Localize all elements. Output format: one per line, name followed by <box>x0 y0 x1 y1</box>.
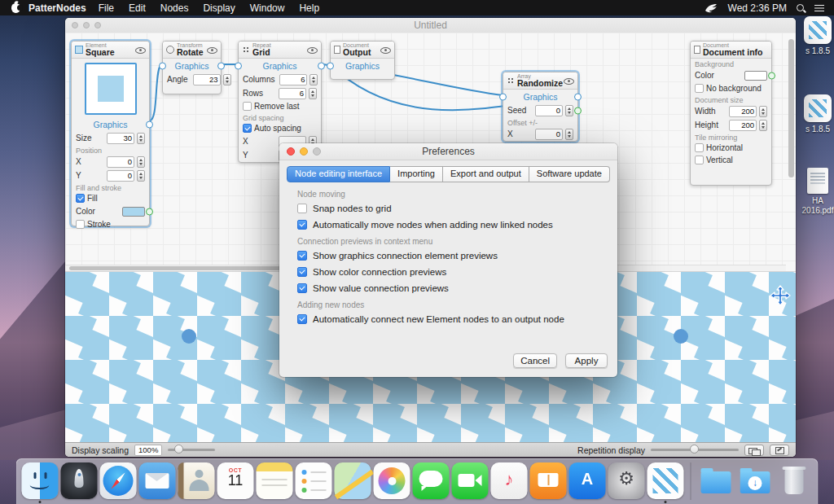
dock-downloads[interactable]: ↓ <box>737 462 774 499</box>
dock-ibooks[interactable] <box>530 462 567 499</box>
horizontal-checkbox[interactable] <box>695 143 704 152</box>
eye-icon[interactable] <box>135 46 146 54</box>
dock-trash[interactable] <box>776 462 813 499</box>
display-scaling-value[interactable]: 100% <box>134 445 162 456</box>
fullscreen-preview-button[interactable] <box>770 445 789 456</box>
y-input[interactable]: 0 <box>107 170 134 182</box>
menu-nodes[interactable]: Nodes <box>153 2 196 14</box>
notification-center-icon[interactable] <box>814 4 824 12</box>
graphics-in-port[interactable] <box>159 62 166 69</box>
menu-edit[interactable]: Edit <box>121 2 153 14</box>
apple-menu-icon[interactable] <box>11 3 20 13</box>
fill-checkbox[interactable] <box>76 194 85 203</box>
dialog-traffic-lights[interactable] <box>287 147 321 156</box>
rows-input[interactable]: 6 <box>279 88 306 99</box>
x-input[interactable]: 0 <box>107 156 134 168</box>
columns-input[interactable]: 6 <box>279 74 307 85</box>
app-menu[interactable]: PatterNodes <box>29 2 86 14</box>
desktop-icon-app-1[interactable]: s 1.8.5 <box>795 94 834 134</box>
vertical-scrollbar-thumb[interactable] <box>788 39 794 177</box>
close-button[interactable] <box>72 22 78 28</box>
size-input[interactable]: 30 <box>107 133 134 144</box>
graphics-out-port[interactable] <box>318 62 325 69</box>
graphics-in-port[interactable] <box>235 62 242 69</box>
doc-color-port[interactable] <box>768 72 775 79</box>
offset-x-stepper[interactable] <box>565 129 573 140</box>
graphics-port[interactable] <box>146 121 153 128</box>
y-stepper[interactable] <box>137 170 145 182</box>
node-header[interactable]: Array Randomize <box>503 72 577 90</box>
checkbox-show-graphics-connection-element-previews[interactable] <box>297 251 307 261</box>
dock-sysprefs[interactable]: ⚙ <box>608 462 645 499</box>
graphics-out-port[interactable] <box>574 93 582 100</box>
color-port[interactable] <box>146 208 153 215</box>
cancel-button[interactable]: Cancel <box>513 353 557 368</box>
dock-messages[interactable] <box>413 462 450 499</box>
dialog-titlebar[interactable]: Preferences <box>279 143 617 160</box>
auto-spacing-checkbox[interactable] <box>243 124 252 133</box>
node-document-output[interactable]: Document Output Graphics <box>330 41 395 80</box>
dock-mail[interactable] <box>139 462 176 499</box>
seed-stepper[interactable] <box>565 105 573 116</box>
node-transform-rotate[interactable]: Transform Rotate Graphics Angle 23 <box>162 41 222 94</box>
eye-icon[interactable] <box>380 46 391 54</box>
angle-stepper[interactable] <box>223 74 231 85</box>
color-swatch[interactable] <box>122 207 145 217</box>
dialog-minimize-button[interactable] <box>300 147 308 156</box>
node-header[interactable]: Transform Rotate <box>163 42 221 59</box>
dock-appstore[interactable]: A <box>569 462 606 499</box>
checkbox-show-value-connection-previews[interactable] <box>297 283 307 293</box>
dock-launchpad[interactable] <box>61 462 98 499</box>
dock-facetime[interactable] <box>452 462 489 499</box>
dock-reminders[interactable] <box>296 462 332 499</box>
node-document-info[interactable]: Document Document info Background Color … <box>690 41 772 186</box>
height-input[interactable]: 200 <box>729 120 757 131</box>
no-background-checkbox[interactable] <box>695 84 704 93</box>
desktop-icon-pdf[interactable]: HA2016.pdf <box>795 168 834 215</box>
vertical-checkbox[interactable] <box>695 156 704 164</box>
dock-folder[interactable] <box>698 462 735 499</box>
graphics-out-port[interactable] <box>217 62 225 69</box>
tab-export-and-output[interactable]: Export and output <box>443 166 529 182</box>
apply-button[interactable]: Apply <box>565 353 608 368</box>
menubar-bird-icon[interactable] <box>705 3 718 13</box>
stroke-checkbox[interactable] <box>76 220 85 229</box>
dock-notes[interactable] <box>257 462 293 499</box>
node-header[interactable]: Element Square <box>72 42 149 59</box>
node-header[interactable]: Repeat Grid <box>239 42 321 59</box>
vertical-scrollbar[interactable] <box>788 36 795 264</box>
window-traffic-lights[interactable] <box>72 22 101 28</box>
dock-itunes[interactable]: ♪ <box>491 462 528 499</box>
dock-safari[interactable] <box>100 462 137 499</box>
eye-icon[interactable] <box>564 77 574 85</box>
angle-input[interactable]: 23 <box>193 74 221 85</box>
seed-input[interactable]: 0 <box>535 105 563 116</box>
dock-photos[interactable] <box>374 462 410 499</box>
desktop-icon-app-0[interactable]: s 1.8.5 <box>795 16 834 56</box>
repetition-display-knob[interactable] <box>690 445 699 454</box>
graphics-in-port[interactable] <box>327 62 334 69</box>
width-stepper[interactable] <box>759 106 767 117</box>
dock-contacts[interactable] <box>178 462 215 499</box>
checkbox-automatically-connect-new-element-nodes-to-an-output-node[interactable] <box>297 314 307 324</box>
offset-x-input[interactable]: 0 <box>535 129 563 140</box>
display-scaling-knob[interactable] <box>174 445 183 454</box>
graphics-in-port[interactable] <box>499 93 507 100</box>
checkbox-show-color-connection-previews[interactable] <box>297 267 307 277</box>
height-stepper[interactable] <box>759 120 767 131</box>
eye-icon[interactable] <box>207 46 217 54</box>
repetition-display-slider[interactable] <box>651 449 739 451</box>
display-scaling-slider[interactable] <box>168 449 215 451</box>
menu-bar-clock[interactable]: Wed 2:36 PM <box>728 2 787 14</box>
dock-calendar[interactable]: OCT11 <box>217 462 254 499</box>
tab-importing[interactable]: Importing <box>390 166 443 182</box>
repetition-mode-button[interactable] <box>744 445 764 456</box>
menu-help[interactable]: Help <box>292 2 327 14</box>
window-titlebar[interactable]: Untitled <box>65 18 796 33</box>
node-header[interactable]: Document Output <box>331 42 394 59</box>
menu-display[interactable]: Display <box>195 2 242 14</box>
dock-finder[interactable] <box>22 462 59 499</box>
checkbox-automatically-move-nodes-when-adding-new-linked-nodes[interactable] <box>297 220 307 230</box>
doc-color-swatch[interactable] <box>744 71 767 81</box>
menu-window[interactable]: Window <box>243 2 292 14</box>
